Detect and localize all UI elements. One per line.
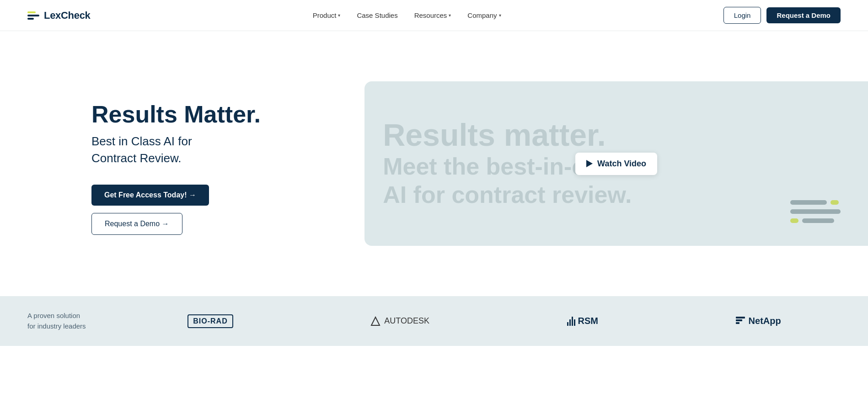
chevron-down-icon: ▾ <box>499 13 501 18</box>
watch-video-button[interactable]: Watch Video <box>575 153 657 175</box>
navbar: LexCheck Product ▾ Case Studies Resource… <box>0 0 868 31</box>
nav-item-resources[interactable]: Resources ▾ <box>414 11 451 19</box>
logos-tagline: A proven solutionfor industry leaders <box>27 311 128 331</box>
request-demo-button-nav[interactable]: Request a Demo <box>766 7 841 23</box>
chevron-down-icon: ▾ <box>338 13 340 18</box>
rsm-logo: RSM <box>567 316 598 326</box>
rsm-text: RSM <box>578 316 598 326</box>
biorad-logo: BIO-RAD <box>188 314 233 328</box>
nav-link-company[interactable]: Company ▾ <box>467 11 501 19</box>
hero-title: Results Matter. <box>91 101 284 127</box>
video-card: Results matter. Meet the best-in-classAI… <box>364 81 868 246</box>
logo-text: LexCheck <box>44 10 91 21</box>
biorad-logo-item: BIO-RAD <box>188 314 233 328</box>
autodesk-logo: AUTODESK <box>370 316 429 326</box>
hero-section: Results Matter. Best in Class AI forCont… <box>0 31 868 296</box>
nav-link-product[interactable]: Product ▾ <box>313 11 341 19</box>
video-lines-decoration <box>790 200 841 223</box>
autodesk-logo-item: AUTODESK <box>370 316 429 326</box>
nav-item-product[interactable]: Product ▾ <box>313 11 341 19</box>
logos-strip: A proven solutionfor industry leaders BI… <box>0 296 868 346</box>
video-bg-line1: Results matter. <box>383 118 850 152</box>
netapp-text: NetApp <box>749 316 781 326</box>
nav-item-company[interactable]: Company ▾ <box>467 11 501 19</box>
rsm-logo-item: RSM <box>567 316 598 326</box>
play-icon <box>586 160 593 167</box>
hero-subtitle: Best in Class AI forContract Review. <box>91 133 284 166</box>
logos-list: BIO-RAD AUTODESK RSM <box>128 314 841 328</box>
netapp-icon <box>736 317 745 326</box>
logo[interactable]: LexCheck <box>27 10 91 21</box>
hero-buttons: Get Free Access Today! → Request a Demo … <box>91 185 284 235</box>
chevron-down-icon: ▾ <box>449 13 451 18</box>
decoration-line <box>802 218 834 223</box>
decoration-line <box>790 209 841 214</box>
nav-item-case-studies[interactable]: Case Studies <box>357 11 397 19</box>
login-button[interactable]: Login <box>723 7 761 24</box>
svg-marker-0 <box>371 317 380 325</box>
logo-icon <box>27 11 39 20</box>
rsm-bars-icon <box>567 317 575 326</box>
nav-link-resources[interactable]: Resources ▾ <box>414 11 451 19</box>
decoration-dot <box>790 218 798 223</box>
netapp-logo: NetApp <box>736 316 781 326</box>
decoration-line <box>790 200 827 205</box>
nav-links: Product ▾ Case Studies Resources ▾ Compa… <box>313 11 501 19</box>
autodesk-icon <box>370 316 380 326</box>
watch-video-label: Watch Video <box>597 159 646 169</box>
request-demo-button-hero[interactable]: Request a Demo → <box>91 213 182 235</box>
decoration-dot <box>830 200 839 205</box>
netapp-logo-item: NetApp <box>736 316 781 326</box>
get-free-access-button[interactable]: Get Free Access Today! → <box>91 185 209 206</box>
nav-link-case-studies[interactable]: Case Studies <box>357 11 397 19</box>
hero-video-area: Results matter. Meet the best-in-classAI… <box>364 81 868 246</box>
nav-actions: Login Request a Demo <box>723 7 841 24</box>
hero-content: Results Matter. Best in Class AI forCont… <box>91 101 284 235</box>
